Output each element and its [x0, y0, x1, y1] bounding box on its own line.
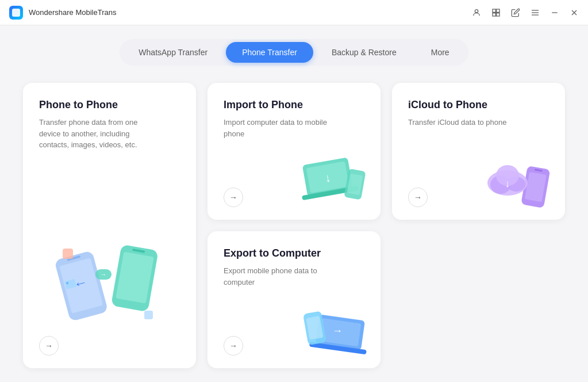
- main-content: WhatsApp Transfer Phone Transfer Backup …: [0, 25, 588, 382]
- card-export-title: Export to Computer: [224, 247, 364, 259]
- cards-grid: Phone to Phone Transfer phone data from …: [23, 83, 565, 368]
- svg-text:→: →: [332, 325, 343, 337]
- svg-rect-3: [493, 13, 495, 16]
- account-icon[interactable]: [472, 8, 481, 17]
- menu-icon[interactable]: [531, 8, 540, 17]
- tab-backup[interactable]: Backup & Restore: [316, 42, 413, 63]
- icloud-illustration: ↓: [482, 148, 562, 214]
- import-illustration: ↓: [294, 148, 375, 214]
- svg-rect-4: [497, 13, 499, 16]
- svg-point-0: [475, 9, 478, 12]
- card-icloud-title: iCloud to Phone: [408, 99, 549, 111]
- edit-icon[interactable]: [511, 8, 520, 17]
- svg-text:↓: ↓: [505, 178, 510, 189]
- card-phone-to-phone[interactable]: Phone to Phone Transfer phone data from …: [23, 83, 196, 368]
- minimize-icon[interactable]: [550, 8, 559, 17]
- card-import-to-phone[interactable]: Import to Phone Import computer data to …: [207, 83, 381, 220]
- app-title: Wondershare MobileTrans: [29, 8, 116, 17]
- tab-more[interactable]: More: [415, 42, 466, 63]
- card-phone-to-phone-title: Phone to Phone: [39, 99, 180, 111]
- card-icloud-desc: Transfer iCloud data to phone: [408, 117, 523, 128]
- svg-rect-1: [493, 9, 495, 12]
- svg-rect-2: [497, 9, 499, 12]
- card-icloud-arrow[interactable]: →: [408, 188, 428, 207]
- phone-to-phone-illustration: ← →: [47, 219, 173, 334]
- close-icon[interactable]: [570, 8, 579, 17]
- card-icloud-to-phone[interactable]: iCloud to Phone Transfer iCloud data to …: [392, 83, 565, 220]
- card-export-desc: Export mobile phone data to computer: [224, 265, 339, 288]
- svg-rect-21: [144, 311, 153, 319]
- export-illustration: →: [297, 297, 378, 362]
- window-icon[interactable]: [491, 8, 501, 17]
- card-export-arrow[interactable]: →: [224, 336, 243, 356]
- title-bar: Wondershare MobileTrans: [0, 0, 588, 25]
- nav-tabs: WhatsApp Transfer Phone Transfer Backup …: [120, 39, 468, 66]
- tab-whatsapp[interactable]: WhatsApp Transfer: [122, 42, 224, 63]
- svg-text:→: →: [100, 271, 106, 278]
- card-import-desc: Import computer data to mobile phone: [224, 117, 339, 139]
- title-bar-left: Wondershare MobileTrans: [9, 6, 116, 20]
- card-phone-to-phone-desc: Transfer phone data from one device to a…: [39, 117, 154, 151]
- app-icon: [9, 6, 23, 20]
- card-import-title: Import to Phone: [224, 99, 364, 111]
- svg-rect-20: [63, 249, 73, 259]
- tab-phone[interactable]: Phone Transfer: [226, 42, 313, 63]
- card-export-to-computer[interactable]: Export to Computer Export mobile phone d…: [207, 231, 381, 368]
- card-phone-to-phone-arrow[interactable]: →: [39, 336, 59, 356]
- window-controls: [472, 8, 579, 17]
- card-import-arrow[interactable]: →: [224, 188, 243, 207]
